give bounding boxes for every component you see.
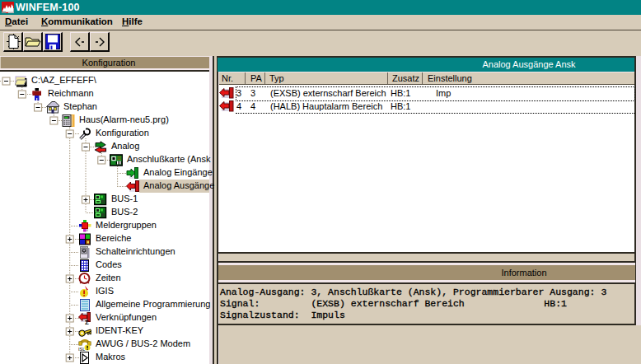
svg-text:ISL: ISL xyxy=(78,347,85,352)
svg-text:Σ: Σ xyxy=(85,319,89,325)
